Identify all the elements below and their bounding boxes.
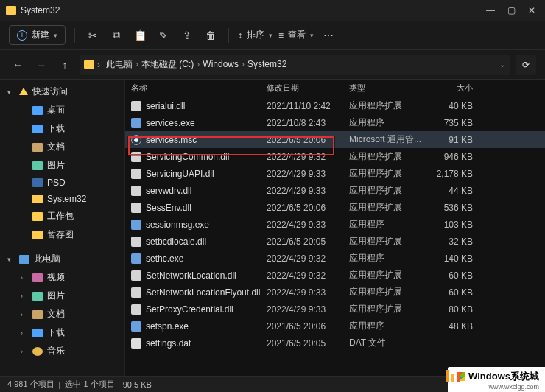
sidebar-item[interactable]: ›图片 xyxy=(0,287,124,305)
sidebar-item-label: PSD xyxy=(47,178,66,188)
file-row[interactable]: SetProxyCredential.dll2022/4/29 9:33应用程序… xyxy=(125,301,545,318)
delete-icon[interactable]: 🗑 xyxy=(202,27,219,44)
file-name: SetNetworkLocation.dll xyxy=(146,270,236,281)
file-name: SetProxyCredential.dll xyxy=(146,304,233,315)
maximize-button[interactable]: ▢ xyxy=(507,5,516,15)
sidebar-item-label: 快速访问 xyxy=(32,85,68,98)
chevron-down-icon[interactable]: ▾ xyxy=(7,256,15,263)
view-menu[interactable]: ≡ 查看 ▾ xyxy=(278,29,314,41)
file-row[interactable]: SessEnv.dll2021/6/5 20:06应用程序扩展536 KB xyxy=(125,199,545,216)
exe-file-icon xyxy=(131,321,141,332)
sidebar-item[interactable]: 下载 xyxy=(0,119,124,138)
file-type: 应用程序扩展 xyxy=(349,150,426,163)
file-row[interactable]: SetNetworkLocationFlyout.dll2022/4/29 9:… xyxy=(125,284,545,301)
file-date: 2022/4/29 9:33 xyxy=(267,169,349,179)
copy-icon[interactable]: ⧉ xyxy=(108,27,125,44)
chevron-right-icon[interactable]: › xyxy=(21,311,28,318)
file-list[interactable]: serialui.dll2021/11/10 2:42应用程序扩展40 KBse… xyxy=(125,97,545,376)
file-name: settings.dat xyxy=(146,338,191,349)
column-size[interactable]: 大小 xyxy=(426,83,473,94)
breadcrumb-item[interactable]: 此电脑 xyxy=(103,57,136,71)
paste-icon[interactable]: 📋 xyxy=(131,27,149,44)
file-name: services.msc xyxy=(146,135,197,145)
toolbar-separator xyxy=(74,28,75,43)
sidebar-this-pc[interactable]: ▾ 此电脑 xyxy=(0,250,124,268)
file-row[interactable]: ServicingUAPI.dll2022/4/29 9:33应用程序扩展2,1… xyxy=(125,165,545,182)
chevron-right-icon[interactable]: › xyxy=(21,274,28,281)
close-button[interactable]: ✕ xyxy=(527,5,536,15)
forward-button[interactable]: → xyxy=(32,56,50,74)
sidebar-quick-access[interactable]: ▾ 快速访问 xyxy=(0,83,124,101)
exe-file-icon xyxy=(131,118,141,128)
sidebar-item[interactable]: 暂存图 xyxy=(0,225,124,244)
sidebar-item-label: 暂存图 xyxy=(47,228,74,241)
column-date[interactable]: 修改日期 xyxy=(267,83,349,94)
dll-file-icon xyxy=(131,203,141,213)
sidebar-item[interactable]: PSD xyxy=(0,175,124,191)
sidebar-item[interactable]: 文档 xyxy=(0,138,124,156)
address-bar[interactable]: › 此电脑›本地磁盘 (C:)›Windows›System32 ⌄ xyxy=(80,55,510,75)
file-type: 应用程序扩展 xyxy=(349,99,426,112)
chevron-down-icon[interactable]: ▾ xyxy=(7,88,15,96)
chevron-right-icon[interactable]: › xyxy=(21,329,28,337)
sidebar-item-label: 文档 xyxy=(47,308,65,321)
back-button[interactable]: ← xyxy=(9,56,27,74)
file-row[interactable]: services.msc2021/6/5 20:06Microsoft 通用管.… xyxy=(125,131,545,148)
rename-icon[interactable]: ✎ xyxy=(155,27,172,44)
watermark: Windows系统城 www.wxclgg.com xyxy=(448,367,545,392)
file-name: setbcdlocale.dll xyxy=(146,237,206,247)
sidebar-item[interactable]: 工作包 xyxy=(0,207,124,225)
file-row[interactable]: SetNetworkLocation.dll2022/4/29 9:32应用程序… xyxy=(125,267,545,284)
file-row[interactable]: sethc.exe2022/4/29 9:32应用程序140 KB xyxy=(125,250,545,267)
sidebar-item[interactable]: 图片 xyxy=(0,156,124,175)
file-size: 40 KB xyxy=(426,101,473,111)
file-row[interactable]: servwdrv.dll2022/4/29 9:33应用程序扩展44 KB xyxy=(125,182,545,199)
breadcrumb-item[interactable]: 本地磁盘 (C:) xyxy=(138,57,197,71)
sort-menu[interactable]: ↕ 排序 ▾ xyxy=(238,29,272,41)
chevron-right-icon[interactable]: › xyxy=(21,348,28,355)
file-row[interactable]: setspn.exe2021/6/5 20:06应用程序48 KB xyxy=(125,318,545,335)
file-type: DAT 文件 xyxy=(349,337,426,349)
sidebar-item[interactable]: System32 xyxy=(0,191,124,207)
file-row[interactable]: services.exe2021/10/8 2:43应用程序735 KB xyxy=(125,114,545,131)
sidebar-item[interactable]: 桌面 xyxy=(0,101,124,119)
music-icon xyxy=(32,347,43,356)
status-selected: 选中 1 个项目 xyxy=(65,379,114,390)
file-type: 应用程序扩展 xyxy=(349,184,426,197)
sidebar-item[interactable]: ›音乐 xyxy=(0,342,124,360)
up-button[interactable]: ↑ xyxy=(56,56,74,74)
dll-file-icon xyxy=(131,287,141,298)
file-row[interactable]: settings.dat2021/6/5 20:05DAT 文件 xyxy=(125,335,545,351)
msc-file-icon xyxy=(131,135,141,145)
cut-icon[interactable]: ✂ xyxy=(84,27,102,44)
chevron-right-icon[interactable]: › xyxy=(21,293,28,300)
sidebar-item-label: 桌面 xyxy=(47,104,65,116)
sidebar-item[interactable]: ›文档 xyxy=(0,305,124,323)
file-size: 140 KB xyxy=(426,253,473,264)
pics-icon xyxy=(32,292,43,301)
folder-icon xyxy=(6,6,16,15)
sidebar-item[interactable]: ›下载 xyxy=(0,323,124,342)
column-type[interactable]: 类型 xyxy=(349,83,426,94)
file-row[interactable]: sessionmsg.exe2022/4/29 9:33应用程序103 KB xyxy=(125,216,545,233)
sidebar-item[interactable]: ›视频 xyxy=(0,268,124,287)
file-date: 2021/6/5 20:05 xyxy=(267,237,349,247)
more-icon[interactable]: ⋯ xyxy=(320,27,337,44)
file-row[interactable]: serialui.dll2021/11/10 2:42应用程序扩展40 KB xyxy=(125,97,545,114)
chevron-down-icon: ▾ xyxy=(54,32,57,39)
minimize-button[interactable]: — xyxy=(486,5,495,15)
psd-icon xyxy=(32,178,43,187)
breadcrumb-item[interactable]: System32 xyxy=(245,57,289,71)
file-name: ServicingUAPI.dll xyxy=(146,169,214,179)
share-icon[interactable]: ⇪ xyxy=(178,27,196,44)
chevron-down-icon[interactable]: ⌄ xyxy=(499,60,505,69)
breadcrumb-item[interactable]: Windows xyxy=(200,57,242,71)
refresh-button[interactable]: ⟳ xyxy=(516,55,536,75)
file-row[interactable]: setbcdlocale.dll2021/6/5 20:05应用程序扩展32 K… xyxy=(125,233,545,250)
column-name[interactable]: 名称 xyxy=(131,83,267,94)
dll-file-icon xyxy=(131,304,141,315)
file-row[interactable]: ServicingCommon.dll2022/4/29 9:32应用程序扩展9… xyxy=(125,148,545,165)
file-name: setspn.exe xyxy=(146,321,189,332)
chevron-down-icon: ▾ xyxy=(269,32,272,39)
new-button[interactable]: + 新建 ▾ xyxy=(9,25,66,45)
